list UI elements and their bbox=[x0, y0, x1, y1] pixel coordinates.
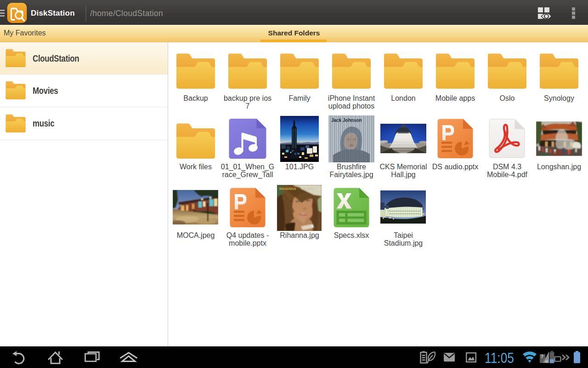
svg-text:?: ? bbox=[541, 354, 544, 359]
svg-text:A GIRL: A GIRL bbox=[303, 187, 315, 191]
svg-text:Jack Johnson: Jack Johnson bbox=[331, 118, 362, 123]
svg-text:RIHANNA: RIHANNA bbox=[279, 187, 296, 191]
